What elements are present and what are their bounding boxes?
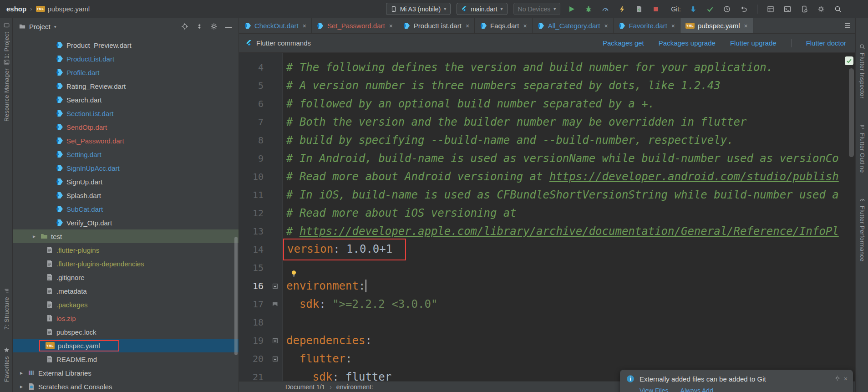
- tab-all-category-dart[interactable]: All_Category.dart×: [533, 18, 614, 33]
- tree-item-sectionlist-dart[interactable]: SectionList.dart: [13, 107, 239, 120]
- tool-button-resource-manager[interactable]: Resource Manager: [0, 59, 13, 122]
- tool-button-favorites[interactable]: Favorites: [0, 347, 13, 382]
- tree-item-setting-dart[interactable]: Setting.dart: [13, 148, 239, 161]
- sdk-manager-button[interactable]: [816, 4, 827, 15]
- tree-item-test[interactable]: ▸test: [13, 229, 239, 243]
- packages-get-link[interactable]: Packages get: [603, 39, 644, 47]
- close-icon[interactable]: ×: [303, 22, 306, 30]
- editor-line-4[interactable]: 4# The following defines the version and…: [239, 58, 849, 76]
- tool-button-flutter-performance[interactable]: Flutter Performance: [856, 197, 868, 261]
- breadcrumb-project[interactable]: eshop: [6, 5, 26, 13]
- tree-item-subcat-dart[interactable]: SubCat.dart: [13, 202, 239, 216]
- tree-item-scratches-and-consoles[interactable]: ▸Scratches and Consoles: [13, 380, 239, 392]
- tree-item-flutter-plugins-dependencies[interactable]: .flutter-plugins-dependencies: [13, 257, 239, 270]
- tree-item-set-password-dart[interactable]: Set_Password.dart: [13, 134, 239, 148]
- tree-item-verify-otp-dart[interactable]: Verify_Otp.dart: [13, 216, 239, 229]
- tree-item-sendotp-dart[interactable]: SendOtp.dart: [13, 120, 239, 134]
- editor-content[interactable]: 4# The following defines the version and…: [239, 58, 849, 381]
- hot-restart-button[interactable]: [634, 4, 645, 15]
- tab-pubspec-yaml[interactable]: YMLpubspec.yaml×: [680, 18, 753, 33]
- tree-item-productlist-dart[interactable]: ProductList.dart: [13, 52, 239, 66]
- editor-line-8[interactable]: 8# build by specifying --build-name and …: [239, 131, 849, 149]
- tool-button-1-project[interactable]: 1: Project: [0, 23, 13, 59]
- project-panel-title[interactable]: Project: [29, 23, 51, 31]
- tree-item-metadata[interactable]: .metadata: [13, 284, 239, 298]
- hide-panel-button[interactable]: —: [223, 21, 234, 32]
- device-selector[interactable]: Mi A3 (mobile) ▾: [386, 3, 451, 15]
- tree-item-signinupacc-dart[interactable]: SignInUpAcc.dart: [13, 161, 239, 175]
- editor-line-19[interactable]: 19dependencies:: [239, 331, 849, 350]
- editor-line-17[interactable]: 17 sdk: ">=2.2.2 <3.0.0": [239, 295, 849, 313]
- editor-line-9[interactable]: 9# In Android, build-name is used as ver…: [239, 149, 849, 168]
- tree-item-signup-dart[interactable]: SignUp.dart: [13, 175, 239, 188]
- notification-link-always-add[interactable]: Always Add: [680, 387, 713, 392]
- flutter-upgrade-link[interactable]: Flutter upgrade: [730, 39, 777, 47]
- tab-checkout-dart[interactable]: CheckOut.dart×: [239, 18, 312, 33]
- editor-line-10[interactable]: 10# Read more about Android versioning a…: [239, 168, 849, 186]
- device-manager-button[interactable]: [799, 4, 810, 15]
- comment-hyperlink[interactable]: https://developer.apple.com/library/arch…: [299, 225, 839, 238]
- tab-favorite-dart[interactable]: Favorite.dart×: [614, 18, 680, 33]
- search-everywhere-button[interactable]: [832, 4, 843, 15]
- chevron-down-icon[interactable]: ▾: [54, 24, 56, 29]
- notification-close-icon[interactable]: ×: [844, 375, 848, 382]
- profile-button[interactable]: [600, 4, 611, 15]
- close-icon[interactable]: ×: [604, 22, 608, 30]
- notification-settings-gear-icon[interactable]: [834, 375, 840, 381]
- rollback-button[interactable]: [738, 4, 749, 15]
- tree-item-packages[interactable]: .packages: [13, 298, 239, 311]
- tree-item-external-libraries[interactable]: ▸External Libraries: [13, 366, 239, 380]
- tree-item-gitignore[interactable]: .gitignore: [13, 270, 239, 284]
- comment-hyperlink[interactable]: https://developer.android.com/studio/pub…: [549, 170, 839, 183]
- flutter-device-selector[interactable]: No Devices ▾: [513, 3, 561, 15]
- editor-line-5[interactable]: 5# A version number is three numbers sep…: [239, 76, 849, 95]
- editor-line-11[interactable]: 11# In iOS, build-name is used as CFBund…: [239, 186, 849, 204]
- tree-item-pubspec-lock[interactable]: pubspec.lock: [13, 325, 239, 339]
- editor-line-14[interactable]: 14version: 1.0.0+1: [239, 240, 849, 259]
- tree-item-pubspec-yaml[interactable]: YMLpubspec.yaml: [13, 339, 239, 352]
- project-tree-scrollbar[interactable]: [234, 237, 238, 355]
- close-icon[interactable]: ×: [389, 22, 393, 30]
- editor-line-20[interactable]: 20 flutter:: [239, 350, 849, 368]
- git-update-button[interactable]: [688, 4, 699, 15]
- tool-button-flutter-inspector[interactable]: Flutter Inspector: [856, 44, 868, 99]
- tree-item-splash-dart[interactable]: Splash.dart: [13, 188, 239, 202]
- editor-line-15[interactable]: 15: [239, 259, 849, 277]
- stop-button[interactable]: [650, 4, 661, 15]
- notification-link-view-files[interactable]: View Files: [640, 387, 669, 392]
- editor-line-16[interactable]: 16environment:: [239, 277, 849, 295]
- flutter-doctor-link[interactable]: Flutter doctor: [806, 39, 846, 47]
- intention-bulb-icon[interactable]: [290, 265, 298, 272]
- project-structure-button[interactable]: [765, 4, 776, 15]
- packages-upgrade-link[interactable]: Packages upgrade: [659, 39, 716, 47]
- history-button[interactable]: [721, 4, 732, 15]
- editor-line-12[interactable]: 12# Read more about iOS versioning at: [239, 204, 849, 222]
- close-icon[interactable]: ×: [744, 22, 748, 30]
- inspections-ok-icon[interactable]: [845, 56, 853, 65]
- fold-end-icon[interactable]: [273, 302, 278, 306]
- git-commit-button[interactable]: [705, 4, 716, 15]
- hidden-tabs-menu-icon[interactable]: [843, 21, 852, 30]
- tree-item-product-preview-dart[interactable]: Product_Preview.dart: [13, 38, 239, 52]
- editor-line-6[interactable]: 6# followed by an optional build number …: [239, 95, 849, 113]
- run-button[interactable]: [566, 4, 577, 15]
- collapse-all-button[interactable]: [194, 21, 205, 32]
- breadcrumb-file[interactable]: pubspec.yaml: [48, 5, 90, 13]
- run-config-selector[interactable]: main.dart ▾: [457, 3, 507, 15]
- terminal-button[interactable]: [782, 4, 793, 15]
- tree-item-profile-dart[interactable]: Profile.dart: [13, 66, 239, 79]
- breadcrumb-element[interactable]: environment:: [336, 383, 373, 391]
- tree-item-readme-md[interactable]: README.md: [13, 352, 239, 366]
- fold-open-icon[interactable]: [273, 338, 278, 343]
- tool-button-7-structure[interactable]: 7: Structure: [0, 288, 13, 330]
- editor-line-7[interactable]: 7# Both the version and the builder numb…: [239, 113, 849, 131]
- fold-open-icon[interactable]: [273, 356, 278, 361]
- fold-open-icon[interactable]: [273, 284, 278, 289]
- debug-button[interactable]: [583, 4, 594, 15]
- close-icon[interactable]: ×: [466, 22, 469, 30]
- tab-set-password-dart[interactable]: Set_Password.dart×: [312, 18, 398, 33]
- editor-line-13[interactable]: 13# https://developer.apple.com/library/…: [239, 222, 849, 240]
- editor-scrollbar[interactable]: [849, 68, 854, 157]
- tree-item-ios-zip[interactable]: ios.zip: [13, 311, 239, 325]
- settings-gear-icon[interactable]: [208, 21, 219, 32]
